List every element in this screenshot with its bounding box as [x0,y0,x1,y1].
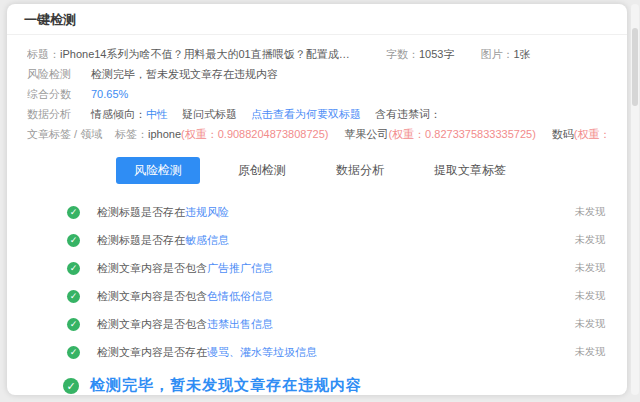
check-result: 未发现 [575,317,605,331]
check-row: 检测文章内容是否包含色情低俗信息 未发现 [67,282,605,310]
check-link[interactable]: 谩骂、灌水等垃圾信息 [207,346,317,358]
meta-risk-row: 风险检测 检测完毕，暂未发现文章存在违规内容 [27,64,609,84]
meta-score-row: 综合分数 70.65% [27,84,609,104]
check-result: 未发现 [575,289,605,303]
tag-name: iphone [148,128,181,140]
word-count-label: 字数： [386,44,419,64]
tag-weight: (权重：0.9088204873808725) [181,128,328,140]
check-success-icon [67,234,80,247]
detection-panel: 一键检测 标题： iPhone14系列为啥不值？用料最大的01直播喂饭？配置成本… [7,4,627,395]
summary-row: 检测完毕，暂未发现文章存在违规内容 [63,376,627,395]
scrollbar-thumb[interactable] [632,28,638,106]
sentiment-label: 情感倾向： [91,104,146,124]
detection-tabs: 风险检测 原创检测 数据分析 提取文章标签 [7,157,627,184]
check-text: 检测文章内容是否包含广告推广信息 [97,261,273,276]
check-result: 未发现 [575,345,605,359]
check-text: 检测文章内容是否包含色情低俗信息 [97,289,273,304]
tab-original-detection[interactable]: 原创检测 [226,157,298,184]
panel-title: 一键检测 [7,4,627,35]
check-result: 未发现 [575,233,605,247]
risk-value: 检测完毕，暂未发现文章存在违规内容 [91,64,278,84]
double-title-link[interactable]: 点击查看为何要双标题 [251,104,361,124]
risk-label: 风险检测 [27,64,91,84]
image-count-label: 图片： [480,44,513,64]
summary-success-icon [63,378,79,394]
analysis-label: 数据分析 [27,104,91,124]
check-link[interactable]: 敏感信息 [185,234,229,246]
title-label: 标题： [27,44,60,64]
check-success-icon [67,346,80,359]
tag-item: iphone(权重：0.9088204873808725) [148,124,328,144]
tags-label: 文章标签 / 领域 [27,124,115,144]
check-link[interactable]: 色情低俗信息 [207,290,273,302]
tab-data-analysis[interactable]: 数据分析 [324,157,396,184]
check-row: 检测文章内容是否包含违禁出售信息 未发现 [67,310,605,338]
check-text: 检测文章内容是否存在谩骂、灌水等垃圾信息 [97,345,317,360]
check-result: 未发现 [575,261,605,275]
check-link[interactable]: 违规风险 [185,206,229,218]
check-text: 检测标题是否存在敏感信息 [97,233,229,248]
meta-analysis-row: 数据分析 情感倾向： 中性 疑问式标题 点击查看为何要双标题 含有违禁词： [27,104,609,124]
check-text: 检测文章内容是否包含违禁出售信息 [97,317,273,332]
tags-prefix: 标签： [115,124,148,144]
check-link[interactable]: 违禁出售信息 [207,318,273,330]
tab-extract-tags[interactable]: 提取文章标签 [422,157,518,184]
article-title: iPhone14系列为啥不值？用料最大的01直播喂饭？配置成本好用PK 5G i… [60,44,360,64]
check-success-icon [67,262,80,275]
check-text: 检测标题是否存在违规风险 [97,205,229,220]
title-type: 疑问式标题 [182,104,237,124]
tab-risk-detection[interactable]: 风险检测 [116,157,200,184]
check-row: 检测文章内容是否存在谩骂、灌水等垃圾信息 未发现 [67,338,605,366]
banned-words-label: 含有违禁词： [375,104,441,124]
word-count-value: 1053字 [419,44,454,64]
check-row: 检测标题是否存在敏感信息 未发现 [67,226,605,254]
sentiment-value: 中性 [146,104,168,124]
tag-item: 数码(权重：0.8008557789432835) [552,124,609,144]
scrollbar[interactable] [631,4,639,395]
meta-tags-row: 文章标签 / 领域 标签： iphone(权重：0.90882048738087… [27,124,609,144]
meta-title-row: 标题： iPhone14系列为啥不值？用料最大的01直播喂饭？配置成本好用PK … [27,44,609,64]
image-count-value: 1张 [513,44,530,64]
tag-name: 苹果公司 [344,128,388,140]
check-list: 检测标题是否存在违规风险 未发现 检测标题是否存在敏感信息 未发现 检测文章内容… [7,198,627,366]
score-value: 70.65% [91,84,128,104]
check-link[interactable]: 广告推广信息 [207,262,273,274]
check-result: 未发现 [575,205,605,219]
score-label: 综合分数 [27,84,91,104]
check-success-icon [67,206,80,219]
article-meta: 标题： iPhone14系列为啥不值？用料最大的01直播喂饭？配置成本好用PK … [7,35,627,144]
tag-name: 数码 [552,128,574,140]
check-success-icon [67,318,80,331]
summary-text: 检测完毕，暂未发现文章存在违规内容 [90,376,362,395]
tag-item: 苹果公司(权重：0.8273375833335725) [344,124,535,144]
check-row: 检测标题是否存在违规风险 未发现 [67,198,605,226]
tag-weight: (权重：0.8008557789432835) [574,128,609,140]
tag-weight: (权重：0.8273375833335725) [388,128,535,140]
check-success-icon [67,290,80,303]
check-row: 检测文章内容是否包含广告推广信息 未发现 [67,254,605,282]
